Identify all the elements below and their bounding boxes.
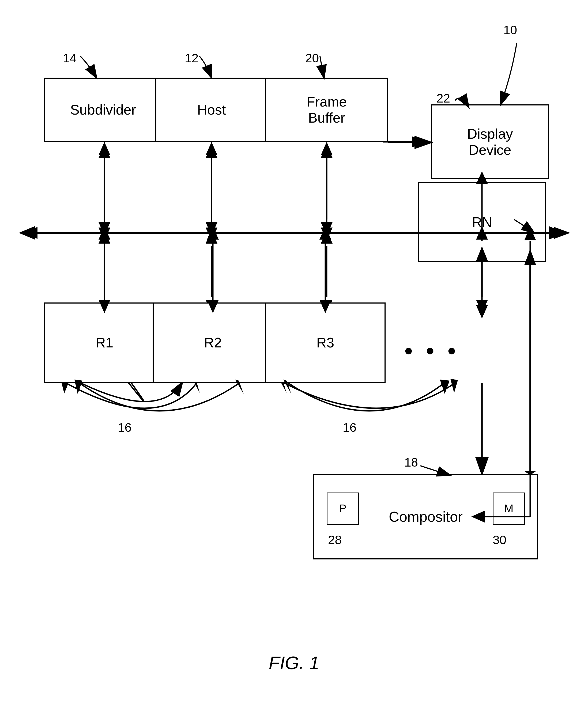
svg-marker-66 — [319, 226, 331, 240]
svg-marker-15 — [206, 222, 217, 236]
svg-marker-55 — [206, 228, 217, 241]
host-label: Host — [197, 102, 226, 118]
svg-marker-25 — [98, 230, 110, 243]
compositor-m-box: M — [493, 493, 525, 525]
subdivider-box: Subdivider — [44, 78, 162, 142]
svg-marker-30 — [321, 230, 332, 243]
svg-marker-52 — [98, 228, 110, 241]
svg-marker-72 — [22, 227, 37, 239]
ref-22: 22 — [436, 91, 450, 106]
ref-16-left: 16 — [118, 420, 131, 435]
svg-marker-18 — [321, 222, 332, 236]
svg-marker-57 — [321, 145, 332, 158]
ellipsis: • • • — [404, 337, 459, 365]
svg-marker-27 — [206, 230, 217, 243]
subdivider-label: Subdivider — [70, 102, 136, 118]
svg-marker-58 — [321, 228, 332, 241]
svg-marker-60 — [98, 226, 110, 240]
display-device-label: DisplayDevice — [467, 126, 513, 158]
r3-label: R3 — [317, 334, 334, 351]
frame-buffer-label: FrameBuffer — [306, 94, 347, 126]
compositor-p-label: P — [339, 502, 347, 515]
ref-16-right: 16 — [343, 420, 356, 435]
host-box: Host — [155, 78, 268, 142]
frame-buffer-box: FrameBuffer — [265, 78, 388, 142]
compositor-label: Compositor — [389, 508, 463, 525]
svg-marker-78 — [440, 380, 449, 394]
svg-marker-38 — [450, 379, 458, 393]
ref-12: 12 — [185, 51, 198, 65]
svg-marker-23 — [98, 230, 110, 243]
ref-30: 30 — [493, 533, 506, 547]
r2-box: R2 — [153, 302, 273, 383]
compositor-p-box: P — [327, 493, 359, 525]
ref-10: 10 — [503, 23, 517, 37]
svg-marker-8 — [19, 226, 35, 240]
fig-caption: FIG. 1 — [269, 652, 319, 673]
rn-label: RN — [472, 214, 492, 230]
svg-marker-12 — [98, 222, 110, 236]
svg-marker-11 — [98, 142, 110, 155]
svg-marker-73 — [554, 227, 570, 239]
ref-14: 14 — [63, 51, 77, 65]
svg-marker-9 — [549, 226, 565, 240]
diagram: 10 22 DisplayDevice 14 Subdivider 12 Hos… — [0, 0, 588, 708]
ref-28: 28 — [328, 533, 342, 547]
r1-label: R1 — [96, 334, 113, 351]
r3-box: R3 — [265, 302, 386, 383]
svg-marker-34 — [476, 300, 488, 313]
compositor-m-label: M — [504, 502, 513, 515]
svg-marker-54 — [206, 145, 217, 158]
r1-box: R1 — [44, 302, 165, 383]
display-device-box: DisplayDevice — [431, 105, 549, 179]
ref-18: 18 — [404, 455, 418, 470]
ref-20: 20 — [305, 51, 319, 65]
r2-label: R2 — [204, 334, 222, 351]
rn-box: RN — [418, 182, 546, 262]
svg-marker-51 — [98, 145, 110, 158]
svg-marker-46 — [476, 305, 488, 319]
svg-marker-14 — [206, 142, 217, 155]
svg-marker-17 — [321, 142, 332, 155]
svg-marker-63 — [207, 226, 219, 240]
